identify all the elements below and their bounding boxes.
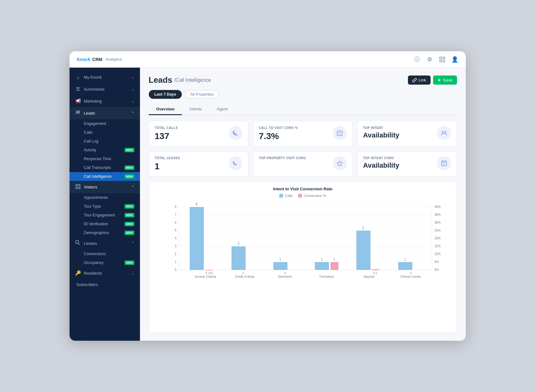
sidebar-label-leads: Leads <box>84 111 128 115</box>
occupancy-label: Occupancy <box>84 260 104 265</box>
sidebar-item-tour-type[interactable]: Tour Type NEW <box>70 202 140 211</box>
svg-rect-0 <box>440 57 442 59</box>
svg-text:5: 5 <box>362 226 364 230</box>
activity-badge: NEW <box>125 148 134 152</box>
svg-text:20%: 20% <box>434 237 441 240</box>
calls-legend-dot <box>279 194 283 198</box>
brand-analytics: Analytics <box>105 57 122 62</box>
svg-text:6: 6 <box>175 221 176 224</box>
svg-rect-9 <box>79 187 80 189</box>
sidebar-label-leases: Leases <box>84 241 128 246</box>
main-content: Leads /Call Intelligence Link ★ Save <box>140 68 466 341</box>
sidebar-item-summaries[interactable]: ☰ Summaries ⌄ <box>70 83 140 95</box>
sidebar-label-visitors: Visitors <box>84 185 128 189</box>
sidebar-item-response-time[interactable]: Response Time <box>70 154 140 163</box>
svg-text:0: 0 <box>242 272 244 275</box>
body: ⌂ My Knock ⌄ ☰ Summaries ⌄ 📢 Marketing ⌄ <box>70 68 466 341</box>
key-icon: 🔑 <box>75 270 81 276</box>
settings-icon[interactable]: ⚙ <box>426 56 433 63</box>
sidebar-item-tour-engagement[interactable]: Tour Engagement NEW <box>70 211 140 220</box>
save-button[interactable]: ★ Save <box>433 76 457 85</box>
sidebar-item-call-intelligence[interactable]: Call Intelligence NEW <box>70 172 140 181</box>
phone-lease-icon-circle <box>229 156 242 170</box>
chevron-up-icon: ⌃ <box>131 241 134 245</box>
phone-icon <box>232 130 239 137</box>
sidebar-item-marketing[interactable]: 📢 Marketing ⌄ <box>70 95 140 107</box>
tab-intents[interactable]: Intents <box>182 104 209 115</box>
group-icon <box>441 130 448 137</box>
calendar-icon-circle <box>437 156 451 170</box>
svg-rect-7 <box>79 184 80 186</box>
sidebar-item-call-transcripts[interactable]: Call Transcripts NEW <box>70 163 140 172</box>
sidebar-item-activity[interactable]: Activity NEW <box>70 146 140 154</box>
sidebar-item-visitors[interactable]: Visitors ⌃ <box>70 181 140 193</box>
bar-furnished-calls <box>315 262 329 270</box>
svg-text:5%: 5% <box>434 260 439 264</box>
total-leases-label: TOTAL LEASES <box>155 156 180 160</box>
svg-text:7: 7 <box>175 213 176 216</box>
sidebar-item-occupancy[interactable]: Occupancy NEW <box>70 258 140 267</box>
top-property-label: TOP PROPERTY VISIT CONV. <box>259 156 306 160</box>
bar-furnished-conv <box>331 262 338 270</box>
date-filter-button[interactable]: Last 7 Days <box>149 90 182 99</box>
page-actions: Link ★ Save <box>408 76 457 85</box>
occupancy-badge: NEW <box>125 260 134 265</box>
total-calls-label: TOTAL CALLS <box>155 126 178 130</box>
top-intent-label: TOP INTENT <box>363 126 399 130</box>
svg-rect-10 <box>76 241 79 244</box>
app-window: Knock CRM Analytics ⓘ ⚙ 👤 ⌂ <box>70 51 466 341</box>
call-log-label: Call Log <box>84 139 98 143</box>
chart-legend: Calls Conversion % <box>155 194 451 198</box>
svg-rect-11 <box>337 131 342 136</box>
sidebar-item-engagement[interactable]: Engagement <box>70 119 140 128</box>
top-intent-conv-label: TOP INTENT CONV <box>363 156 399 160</box>
calls-legend-label: Calls <box>285 194 293 198</box>
call-visit-value: 7.3% <box>259 132 298 141</box>
tour-type-badge: NEW <box>125 204 134 209</box>
help-icon[interactable]: ⓘ <box>414 56 421 63</box>
list-icon: ☰ <box>75 86 81 92</box>
bar-income-conv <box>205 270 213 271</box>
sidebar-item-my-knock[interactable]: ⌂ My Knock ⌄ <box>70 71 140 83</box>
sidebar-item-call-log[interactable]: Call Log <box>70 137 140 146</box>
svg-text:1: 1 <box>404 258 406 261</box>
sidebar: ⌂ My Knock ⌄ ☰ Summaries ⌄ 📢 Marketing ⌄ <box>70 68 140 341</box>
sidebar-item-appointments[interactable]: Appointments <box>70 193 140 202</box>
sidebar-item-demographics[interactable]: Demographics NEW <box>70 228 140 237</box>
building-icon <box>336 130 343 137</box>
conversion-legend-label: Conversion % <box>304 194 326 198</box>
svg-text:15%: 15% <box>434 244 441 248</box>
sidebar-item-leases[interactable]: Leases ⌃ <box>70 237 140 249</box>
property-filter-button[interactable]: All Properties <box>185 90 219 98</box>
svg-text:40%: 40% <box>434 205 441 209</box>
svg-rect-2 <box>440 60 442 62</box>
svg-text:35%: 35% <box>434 213 441 216</box>
sidebar-item-calls[interactable]: Calls <box>70 128 140 137</box>
tab-overview[interactable]: Overview <box>149 104 182 115</box>
brand-crm: CRM <box>92 57 102 62</box>
sidebar-item-residents[interactable]: 🔑 Residents ⌄ <box>70 267 140 279</box>
tour-engagement-badge: NEW <box>125 213 134 217</box>
stat-cards-row-2: TOTAL LEASES 1 TOP PROPERTY VISIT CONV. <box>149 151 457 177</box>
sidebar-item-subscribers[interactable]: Subscribers <box>70 279 140 290</box>
sidebar-item-conversions[interactable]: Conversions <box>70 249 140 258</box>
sidebar-label-my-knock: My Knock <box>84 75 128 80</box>
link-button[interactable]: Link <box>408 76 431 85</box>
grid-icon[interactable] <box>439 56 446 63</box>
svg-point-5 <box>78 111 80 113</box>
svg-text:Credit Criteria: Credit Criteria <box>235 275 254 278</box>
stat-card-top-intent-conv: TOP INTENT CONV Availability <box>357 151 457 177</box>
svg-text:1: 1 <box>321 258 323 261</box>
user-icon[interactable]: 👤 <box>451 56 458 63</box>
tab-agent[interactable]: Agent <box>209 104 235 115</box>
call-transcripts-badge: NEW <box>125 165 134 170</box>
id-verification-label: ID Verification <box>84 222 108 226</box>
top-bar: Knock CRM Analytics ⓘ ⚙ 👤 <box>70 51 466 68</box>
phone-lease-icon <box>232 160 239 167</box>
sidebar-item-id-verification[interactable]: ID Verification NEW <box>70 220 140 228</box>
legend-calls: Calls <box>279 194 293 198</box>
svg-text:30%: 30% <box>434 221 441 224</box>
svg-text:4: 4 <box>175 237 176 240</box>
engagement-label: Engagement <box>84 121 106 126</box>
sidebar-item-leads[interactable]: Leads ⌃ <box>70 107 140 119</box>
